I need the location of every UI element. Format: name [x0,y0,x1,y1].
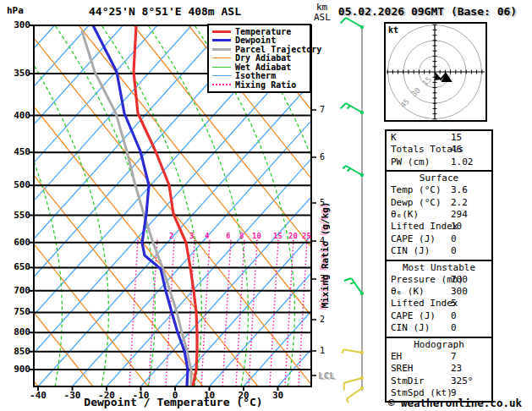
stat-value: 7 [451,351,457,363]
legend: TemperatureDewpointParcel TrajectoryDry … [207,24,311,93]
mixing-ratio-axis-label: Mixing Ratio (g/kg) [320,192,331,319]
stat-row: EH7 [387,351,491,363]
mixing-ratio-value-label: 3 [189,232,194,240]
pressure-tick-label: 800 [7,326,30,337]
stats-panel: K15Totals Totals46PW (cm)1.02SurfaceTemp… [385,129,493,403]
mixing-ratio-value-label: 25 [302,232,311,240]
km-tick-label: 3 [320,274,325,283]
stat-row: K15 [387,132,491,144]
legend-swatch [212,67,231,68]
legend-swatch [212,84,231,85]
stats-section-title: Hodograph [387,339,491,351]
km-tick-label: 5 [320,198,325,207]
stat-value: 325° [451,375,474,387]
stat-value: 0 [451,310,457,322]
stat-row: Pressure (mb)700 [387,274,491,286]
wind-barb [343,166,363,177]
pressure-tick-label: 550 [7,210,30,221]
temp-tick-label: 0 [161,390,189,401]
mixing-ratio-value-label: 15 [273,232,282,240]
stat-label: CIN (J) [387,322,430,333]
wind-barb [341,103,364,114]
stat-row: CIN (J)0 [387,245,491,257]
stat-value: 700 [451,274,468,286]
stat-label: θₑ (K) [387,286,425,297]
location-title: 44°25'N 8°51'E 408m ASL [42,5,288,18]
stat-row: Lifted Index10 [387,221,491,233]
pressure-tick-label: 850 [7,346,30,357]
wind-barb [344,278,364,295]
stat-value: 15 [451,132,462,144]
stat-row: CAPE (J)0 [387,310,491,322]
stat-label: CAPE (J) [387,310,436,321]
stat-value: 1.02 [451,156,474,168]
legend-item: Parcel Trajectory [212,45,310,54]
pressure-tick-label: 300 [7,19,30,30]
stat-row: SREH23 [387,363,491,375]
stat-row: θₑ(K)294 [387,209,491,221]
lcl-label: LCL [318,370,335,381]
stat-label: CAPE (J) [387,233,436,244]
legend-label: Dry Adiabat [235,53,291,63]
stat-value: 10 [451,221,462,233]
stat-label: PW (cm) [387,156,430,167]
legend-label: Isotherm [235,71,276,80]
stat-label: θₑ(K) [387,209,419,220]
mixing-ratio-value-label: 4 [205,232,209,240]
stat-value: 23 [451,363,462,375]
km-tick-label: 2 [320,315,325,324]
mixing-ratio-value-label: 8 [239,232,244,240]
km-tick-label: 6 [320,152,325,162]
stats-section-title: Most Unstable [387,262,491,274]
legend-item: Temperature [212,27,310,36]
stat-label: StmDir [387,375,425,386]
copyright: © weatheronline.co.uk [382,397,528,409]
stat-value: 0 [451,322,457,334]
legend-label: Dewpoint [235,36,276,45]
legend-item: Dry Adiabat [212,54,310,63]
mixing-ratio-value-label: 2 [169,232,173,240]
wind-barb-staff [341,18,364,403]
stat-label: SREH [387,363,414,374]
km-tick-label: 4 [320,236,325,245]
mixing-ratio-value-label: 6 [226,232,230,240]
temp-tick-label: 10 [195,390,224,401]
temp-tick-label: 30 [264,390,293,401]
pressure-axis-unit: hPa [7,5,24,16]
stat-label: Lifted Index [387,221,458,232]
stat-value: 0 [451,233,457,245]
temp-tick-label: -30 [58,390,87,401]
stat-label: CIN (J) [387,245,430,256]
mixing-ratio-value-label: 20 [288,232,298,240]
stat-label: EH [387,351,402,362]
wind-barb [342,349,364,354]
stat-row: Dewp (°C)2.2 [387,197,491,209]
wind-barb [347,386,364,403]
legend-swatch [212,75,231,76]
stat-row: θₑ (K)300 [387,286,491,298]
stat-value: 294 [451,209,468,221]
legend-item: Wet Adiabat [212,63,310,72]
stat-row: Lifted Index5 [387,298,491,310]
stat-value: 5 [451,298,457,310]
stats-section: Most UnstablePressure (mb)700θₑ (K)300Li… [385,260,493,338]
legend-item: Isotherm [212,72,310,81]
mixing-ratio-value-label: 10 [252,232,261,240]
stats-section: K15Totals Totals46PW (cm)1.02 [385,129,493,172]
pressure-tick-label: 500 [7,179,30,190]
pressure-tick-label: 650 [7,261,30,272]
stat-value: 2.2 [451,197,468,209]
temp-tick-label: 20 [229,390,258,401]
km-tick-label: 7 [320,105,325,114]
sounding-page: { "header": { "pressure_unit": "hPa", "l… [0,0,532,411]
hodograph: 153045 [385,23,486,121]
stat-value: 300 [451,286,468,298]
stat-row: StmDir325° [387,375,491,387]
stat-row: CAPE (J)0 [387,233,491,245]
stat-label: Temp (°C) [387,184,442,195]
temp-tick-label: -10 [127,390,156,401]
stat-value: 0 [451,245,457,257]
pressure-tick-label: 600 [7,237,30,248]
km-tick-label: 1 [320,346,325,355]
legend-swatch [212,30,231,33]
